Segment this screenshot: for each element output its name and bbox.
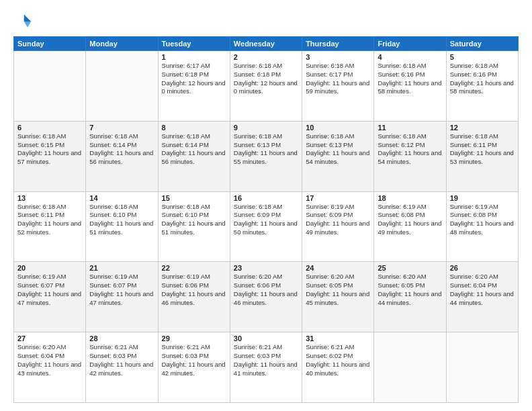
calendar-table: SundayMondayTuesdayWednesdayThursdayFrid… xyxy=(13,36,519,403)
day-detail: Sunrise: 6:18 AM Sunset: 6:18 PM Dayligh… xyxy=(234,62,298,96)
day-detail: Sunrise: 6:21 AM Sunset: 6:03 PM Dayligh… xyxy=(162,343,226,377)
calendar-cell: 9Sunrise: 6:18 AM Sunset: 6:13 PM Daylig… xyxy=(230,121,302,191)
day-number: 7 xyxy=(89,124,154,132)
day-number: 21 xyxy=(89,264,154,272)
day-detail: Sunrise: 6:20 AM Sunset: 6:05 PM Dayligh… xyxy=(378,273,442,307)
calendar-cell xyxy=(86,51,158,122)
calendar-cell: 12Sunrise: 6:18 AM Sunset: 6:11 PM Dayli… xyxy=(446,121,518,191)
calendar-cell: 4Sunrise: 6:18 AM Sunset: 6:16 PM Daylig… xyxy=(374,51,446,122)
weekday-header-row: SundayMondayTuesdayWednesdayThursdayFrid… xyxy=(14,37,519,51)
day-number: 23 xyxy=(234,264,298,272)
day-detail: Sunrise: 6:18 AM Sunset: 6:14 PM Dayligh… xyxy=(162,132,226,167)
calendar-cell: 20Sunrise: 6:19 AM Sunset: 6:07 PM Dayli… xyxy=(14,262,86,332)
calendar-cell: 3Sunrise: 6:18 AM Sunset: 6:17 PM Daylig… xyxy=(302,51,374,122)
day-number: 8 xyxy=(162,124,226,132)
day-detail: Sunrise: 6:18 AM Sunset: 6:15 PM Dayligh… xyxy=(17,132,82,167)
calendar-header: SundayMondayTuesdayWednesdayThursdayFrid… xyxy=(14,37,519,51)
calendar-cell: 11Sunrise: 6:18 AM Sunset: 6:12 PM Dayli… xyxy=(374,121,446,191)
day-detail: Sunrise: 6:17 AM Sunset: 6:18 PM Dayligh… xyxy=(162,62,226,96)
day-number: 13 xyxy=(17,194,82,202)
calendar-cell: 10Sunrise: 6:18 AM Sunset: 6:13 PM Dayli… xyxy=(302,121,374,191)
day-number: 5 xyxy=(450,53,515,61)
calendar-cell xyxy=(446,332,518,403)
calendar-cell xyxy=(374,332,446,403)
day-detail: Sunrise: 6:18 AM Sunset: 6:12 PM Dayligh… xyxy=(378,132,442,167)
day-number: 28 xyxy=(89,334,154,342)
day-detail: Sunrise: 6:18 AM Sunset: 6:11 PM Dayligh… xyxy=(450,132,515,167)
day-detail: Sunrise: 6:18 AM Sunset: 6:11 PM Dayligh… xyxy=(17,203,82,237)
day-detail: Sunrise: 6:21 AM Sunset: 6:03 PM Dayligh… xyxy=(234,343,298,377)
day-number: 9 xyxy=(234,124,298,132)
day-detail: Sunrise: 6:20 AM Sunset: 6:04 PM Dayligh… xyxy=(450,273,515,307)
day-number: 4 xyxy=(378,53,442,61)
day-detail: Sunrise: 6:18 AM Sunset: 6:09 PM Dayligh… xyxy=(234,203,298,237)
calendar-cell: 1Sunrise: 6:17 AM Sunset: 6:18 PM Daylig… xyxy=(158,51,230,122)
day-detail: Sunrise: 6:19 AM Sunset: 6:08 PM Dayligh… xyxy=(378,203,442,237)
calendar-week-row: 20Sunrise: 6:19 AM Sunset: 6:07 PM Dayli… xyxy=(14,262,519,332)
day-number: 19 xyxy=(450,194,515,202)
calendar-cell: 30Sunrise: 6:21 AM Sunset: 6:03 PM Dayli… xyxy=(230,332,302,403)
day-detail: Sunrise: 6:19 AM Sunset: 6:07 PM Dayligh… xyxy=(17,273,82,307)
day-detail: Sunrise: 6:19 AM Sunset: 6:07 PM Dayligh… xyxy=(89,273,154,307)
day-detail: Sunrise: 6:18 AM Sunset: 6:16 PM Dayligh… xyxy=(378,62,442,96)
calendar-cell: 24Sunrise: 6:20 AM Sunset: 6:05 PM Dayli… xyxy=(302,262,374,332)
day-detail: Sunrise: 6:18 AM Sunset: 6:16 PM Dayligh… xyxy=(450,62,515,96)
calendar-cell: 17Sunrise: 6:19 AM Sunset: 6:09 PM Dayli… xyxy=(302,191,374,262)
calendar-cell: 18Sunrise: 6:19 AM Sunset: 6:08 PM Dayli… xyxy=(374,191,446,262)
day-number: 15 xyxy=(162,194,226,202)
day-number: 26 xyxy=(450,264,515,272)
weekday-header-monday: Monday xyxy=(86,37,158,51)
day-number: 29 xyxy=(162,334,226,342)
day-number: 14 xyxy=(89,194,154,202)
calendar-body: 1Sunrise: 6:17 AM Sunset: 6:18 PM Daylig… xyxy=(14,51,519,403)
day-number: 20 xyxy=(17,264,82,272)
calendar-week-row: 6Sunrise: 6:18 AM Sunset: 6:15 PM Daylig… xyxy=(14,121,519,191)
calendar-cell xyxy=(14,51,86,122)
calendar-cell: 16Sunrise: 6:18 AM Sunset: 6:09 PM Dayli… xyxy=(230,191,302,262)
calendar-week-row: 27Sunrise: 6:20 AM Sunset: 6:04 PM Dayli… xyxy=(14,332,519,403)
logo-icon xyxy=(13,12,32,31)
weekday-header-saturday: Saturday xyxy=(446,37,518,51)
day-detail: Sunrise: 6:18 AM Sunset: 6:14 PM Dayligh… xyxy=(89,132,154,167)
calendar-cell: 31Sunrise: 6:21 AM Sunset: 6:02 PM Dayli… xyxy=(302,332,374,403)
day-number: 22 xyxy=(162,264,226,272)
day-detail: Sunrise: 6:18 AM Sunset: 6:10 PM Dayligh… xyxy=(89,203,154,237)
day-number: 27 xyxy=(17,334,82,342)
weekday-header-sunday: Sunday xyxy=(14,37,86,51)
calendar-cell: 2Sunrise: 6:18 AM Sunset: 6:18 PM Daylig… xyxy=(230,51,302,122)
day-number: 10 xyxy=(306,124,370,132)
day-detail: Sunrise: 6:18 AM Sunset: 6:13 PM Dayligh… xyxy=(306,132,370,167)
day-number: 16 xyxy=(234,194,298,202)
day-detail: Sunrise: 6:18 AM Sunset: 6:10 PM Dayligh… xyxy=(162,203,226,237)
calendar-cell: 15Sunrise: 6:18 AM Sunset: 6:10 PM Dayli… xyxy=(158,191,230,262)
calendar-cell: 14Sunrise: 6:18 AM Sunset: 6:10 PM Dayli… xyxy=(86,191,158,262)
calendar-cell: 29Sunrise: 6:21 AM Sunset: 6:03 PM Dayli… xyxy=(158,332,230,403)
calendar-cell: 13Sunrise: 6:18 AM Sunset: 6:11 PM Dayli… xyxy=(14,191,86,262)
day-detail: Sunrise: 6:19 AM Sunset: 6:09 PM Dayligh… xyxy=(306,203,370,237)
day-detail: Sunrise: 6:19 AM Sunset: 6:08 PM Dayligh… xyxy=(450,203,515,237)
calendar-cell: 27Sunrise: 6:20 AM Sunset: 6:04 PM Dayli… xyxy=(14,332,86,403)
calendar-cell: 6Sunrise: 6:18 AM Sunset: 6:15 PM Daylig… xyxy=(14,121,86,191)
day-detail: Sunrise: 6:21 AM Sunset: 6:02 PM Dayligh… xyxy=(306,343,370,377)
calendar-cell: 28Sunrise: 6:21 AM Sunset: 6:03 PM Dayli… xyxy=(86,332,158,403)
weekday-header-wednesday: Wednesday xyxy=(230,37,302,51)
day-number: 25 xyxy=(378,264,442,272)
calendar-cell: 5Sunrise: 6:18 AM Sunset: 6:16 PM Daylig… xyxy=(446,51,518,122)
day-detail: Sunrise: 6:19 AM Sunset: 6:06 PM Dayligh… xyxy=(162,273,226,307)
day-number: 18 xyxy=(378,194,442,202)
svg-marker-0 xyxy=(24,15,32,22)
calendar-cell: 22Sunrise: 6:19 AM Sunset: 6:06 PM Dayli… xyxy=(158,262,230,332)
calendar-week-row: 13Sunrise: 6:18 AM Sunset: 6:11 PM Dayli… xyxy=(14,191,519,262)
day-number: 2 xyxy=(234,53,298,61)
weekday-header-friday: Friday xyxy=(374,37,446,51)
day-detail: Sunrise: 6:20 AM Sunset: 6:04 PM Dayligh… xyxy=(17,343,82,377)
day-number: 30 xyxy=(234,334,298,342)
weekday-header-tuesday: Tuesday xyxy=(158,37,230,51)
day-detail: Sunrise: 6:18 AM Sunset: 6:17 PM Dayligh… xyxy=(306,62,370,96)
header xyxy=(13,12,519,31)
day-detail: Sunrise: 6:20 AM Sunset: 6:05 PM Dayligh… xyxy=(306,273,370,307)
day-number: 1 xyxy=(162,53,226,61)
day-detail: Sunrise: 6:18 AM Sunset: 6:13 PM Dayligh… xyxy=(234,132,298,167)
weekday-header-thursday: Thursday xyxy=(302,37,374,51)
calendar-cell: 26Sunrise: 6:20 AM Sunset: 6:04 PM Dayli… xyxy=(446,262,518,332)
